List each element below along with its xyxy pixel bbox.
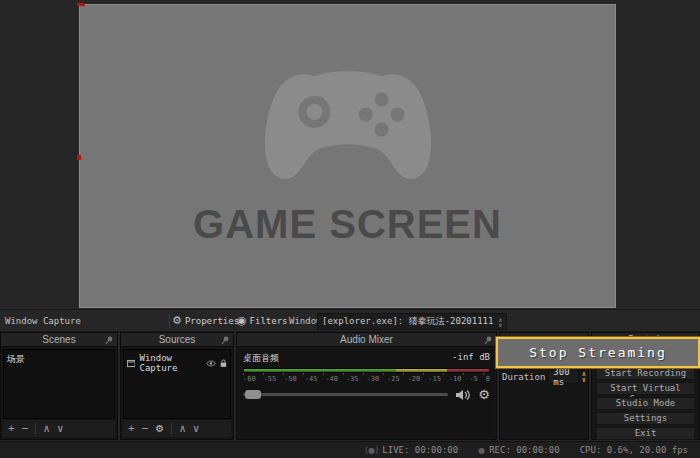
preview-source[interactable]: GAME SCREEN	[79, 4, 616, 308]
scenes-list: 场景	[3, 349, 115, 419]
rec-time: REC: 00:00:00	[489, 445, 559, 455]
duration-value: 300 ms	[553, 367, 577, 387]
pin-icon[interactable]	[105, 336, 113, 345]
duration-row: Duration 300 ms ∧∨	[502, 370, 586, 384]
window-select-value: [explorer.exe]: 猜拳玩法-20201111	[322, 315, 498, 328]
start-recording-button[interactable]: Start Recording	[596, 367, 695, 380]
filters-label: Filters	[250, 316, 288, 326]
scene-item-label: 场景	[7, 353, 25, 366]
duration-label: Duration	[502, 372, 545, 382]
preview-canvas: GAME SCREEN	[0, 0, 700, 309]
properties-button[interactable]: ⚙ Properties	[172, 314, 239, 327]
rec-status: ● REC: 00:00:00	[478, 445, 559, 455]
sources-toolbar: + − ⚙ ∧ ∨	[123, 420, 231, 437]
audio-mixer-title: Audio Mixer	[340, 334, 393, 345]
source-toolbar: Window Capture ⚙ Properties ◉ Filters Wi…	[0, 309, 700, 332]
preview-placeholder-text: GAME SCREEN	[193, 202, 502, 247]
channel-level: -inf dB	[452, 352, 490, 365]
live-status: (●) LIVE: 00:00:00	[365, 445, 458, 455]
volume-slider[interactable]	[243, 393, 448, 396]
filters-button[interactable]: ◉ Filters	[237, 314, 288, 327]
window-select[interactable]: [explorer.exe]: 猜拳玩法-20201111 ∧∨	[317, 313, 507, 330]
obs-main-window: GAME SCREEN Window Capture ⚙ Properties …	[0, 0, 700, 458]
selection-handle-icon[interactable]	[77, 3, 85, 6]
gear-icon: ⚙	[172, 314, 182, 327]
properties-label: Properties	[185, 316, 239, 326]
filters-icon: ◉	[237, 314, 247, 327]
channel-gear-icon[interactable]: ⚙	[478, 387, 490, 402]
source-item-label: Window Capture	[139, 353, 198, 373]
pin-icon[interactable]	[221, 336, 229, 345]
lock-icon[interactable]	[220, 358, 227, 368]
selection-handle-icon[interactable]	[77, 155, 81, 160]
toolbar-divider	[169, 314, 170, 328]
stepper-updown-icon[interactable]: ∧∨	[582, 371, 586, 383]
live-icon: (●)	[365, 446, 378, 455]
volume-slider-handle[interactable]	[245, 390, 261, 399]
stop-streaming-button[interactable]: Stop Streaming	[496, 337, 700, 368]
add-scene-button[interactable]: +	[8, 423, 15, 434]
scenes-toolbar: + − ∧ ∨	[3, 420, 115, 437]
scenes-panel: Scenes 场景 + − ∧ ∨	[0, 332, 118, 440]
scene-item[interactable]: 场景	[4, 350, 114, 369]
sources-list: Window Capture	[123, 349, 231, 419]
duration-input[interactable]: 300 ms	[548, 370, 578, 384]
move-source-up-button[interactable]: ∧	[179, 423, 186, 434]
rec-icon: ●	[478, 446, 485, 455]
sources-panel: Sources Window Capture	[120, 332, 234, 440]
mixer-channel: 桌面音频 -inf dB -60-55 -50-45 -40-35 -30-25…	[239, 349, 494, 437]
scenes-title: Scenes	[42, 334, 75, 345]
meter-red-segment	[447, 369, 489, 372]
speaker-icon[interactable]	[455, 389, 471, 401]
selected-source-label: Window Capture	[5, 316, 81, 326]
remove-source-button[interactable]: −	[142, 423, 149, 434]
move-scene-down-button[interactable]: ∨	[57, 423, 64, 434]
pin-icon[interactable]	[484, 336, 492, 345]
toolbar-divider	[171, 423, 172, 434]
cpu-fps-text: CPU: 0.6%, 20.00 fps	[580, 445, 688, 455]
sources-title: Sources	[159, 334, 196, 345]
meter-green-segment	[244, 369, 396, 372]
studio-mode-button[interactable]: Studio Mode	[596, 397, 695, 410]
live-time: LIVE: 00:00:00	[382, 445, 458, 455]
chevron-updown-icon[interactable]: ∧∨	[498, 317, 502, 327]
eye-icon[interactable]	[206, 359, 216, 368]
status-bar: (●) LIVE: 00:00:00 ● REC: 00:00:00 CPU: …	[0, 441, 700, 458]
toolbar-divider	[35, 423, 36, 434]
source-item[interactable]: Window Capture	[124, 350, 230, 376]
move-scene-up-button[interactable]: ∧	[43, 423, 50, 434]
sources-header: Sources	[121, 333, 233, 347]
gamepad-icon	[259, 66, 437, 188]
settings-button[interactable]: Settings	[596, 412, 695, 425]
cpu-status: CPU: 0.6%, 20.00 fps	[580, 445, 688, 455]
audio-mixer-panel: Audio Mixer 桌面音频 -inf dB -60-55 -50-45 -…	[236, 332, 497, 440]
window-capture-icon	[127, 359, 135, 368]
controls-buttons: Start Recording Start Virtual Camera Stu…	[596, 367, 695, 440]
channel-name: 桌面音频	[243, 352, 279, 365]
start-virtual-camera-button[interactable]: Start Virtual Camera	[596, 382, 695, 395]
audio-mixer-header: Audio Mixer	[237, 333, 496, 347]
add-source-button[interactable]: +	[128, 423, 135, 434]
meter-yellow-segment	[396, 369, 447, 372]
move-source-down-button[interactable]: ∨	[193, 423, 200, 434]
exit-button[interactable]: Exit	[596, 427, 695, 440]
source-properties-button[interactable]: ⚙	[155, 423, 164, 434]
scenes-header: Scenes	[1, 333, 117, 347]
remove-scene-button[interactable]: −	[22, 423, 29, 434]
meter-tick-labels: -60-55 -50-45 -40-35 -30-25 -20-15 -10-5…	[243, 376, 490, 383]
